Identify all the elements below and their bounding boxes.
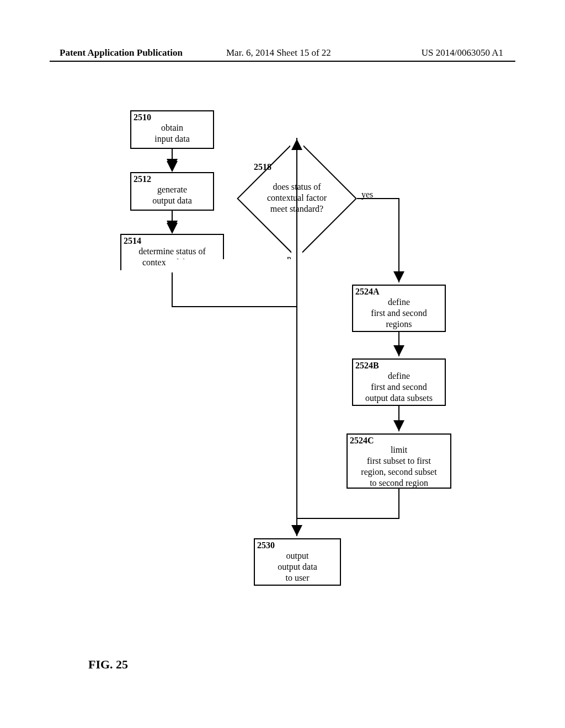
figure-label: FIG. 25 [88,657,128,672]
box-text: output output data to user [255,550,340,584]
box-text: define first and second regions [353,297,445,330]
ref-number: 2524A [355,287,380,297]
box-text: determine status of contextual factor [121,246,223,268]
process-box-2514: 2514 determine status of contextual fact… [120,234,224,272]
ref-number: 2512 [134,174,151,184]
box-text: generate output data [131,184,213,206]
process-box-2524B: 2524B define first and second output dat… [352,358,446,406]
edge-label-yes: yes [361,190,373,200]
decision-text: does status of contextual factor meet st… [242,181,352,215]
process-box-2510: 2510 obtain input data [130,110,214,149]
process-box-2524A: 2524A define first and second regions [352,285,446,332]
flowchart-arrows-main [0,0,565,728]
process-box-2530: 2530 output output data to user [254,538,341,586]
svg-rect-10 [120,270,330,314]
flowchart: 2510 obtain input data 2512 generate out… [0,0,565,728]
box-text: define first and second output data subs… [353,371,445,404]
ref-number: 2518 [254,162,271,172]
box-text: limit first subset to first region, seco… [348,445,450,489]
edge-label-no: no [287,254,296,264]
flowchart-arrows [0,0,565,728]
box-text: obtain input data [131,122,213,144]
ref-number: 2510 [134,113,151,122]
ref-number: 2514 [124,236,141,246]
svg-rect-9 [0,0,565,728]
process-box-2524C: 2524C limit first subset to first region… [347,433,451,489]
ref-number: 2530 [257,540,275,550]
process-box-2512: 2512 generate output data [130,172,214,211]
ref-number: 2524B [355,361,379,371]
